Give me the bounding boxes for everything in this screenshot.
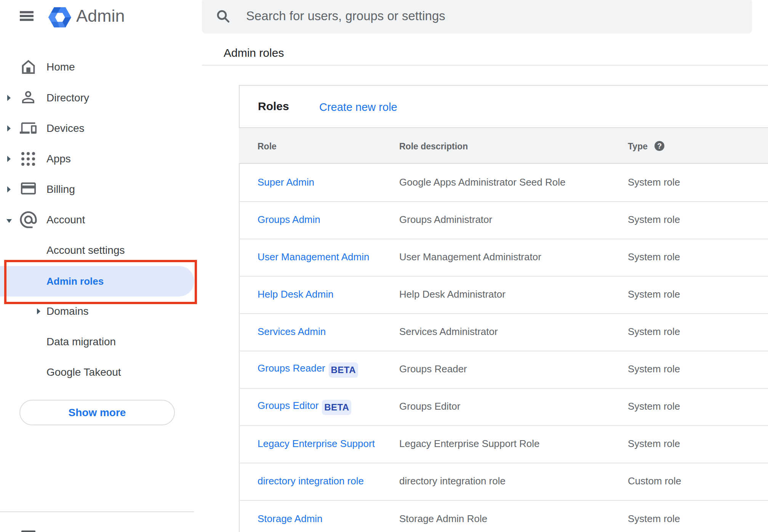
svg-text:?: ? <box>657 142 662 150</box>
